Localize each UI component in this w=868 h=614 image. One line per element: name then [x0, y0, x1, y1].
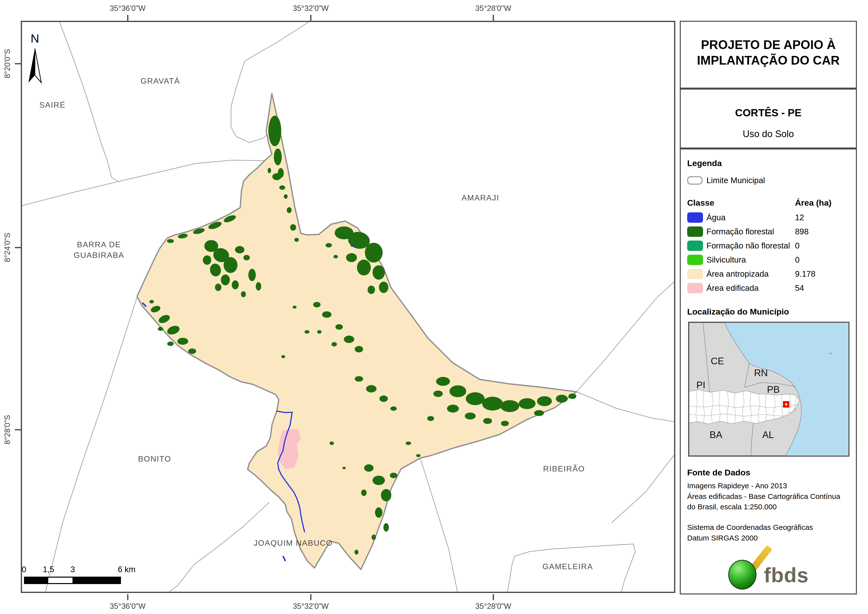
legend-row-formacao-florestal: Formação florestal 898 — [681, 227, 856, 237]
tick-bottom-3 — [493, 594, 494, 600]
source-lines: Imagens Rapideye - Ano 2013 Áreas edific… — [687, 480, 851, 512]
land-use-map — [22, 22, 674, 592]
legend-limite-row: Limite Municipal — [681, 175, 856, 186]
lon-label-bottom-1: 35°36'0"W — [110, 602, 146, 611]
swatch-agua — [687, 212, 703, 223]
north-label: N — [24, 32, 46, 45]
north-arrow-icon — [27, 48, 43, 85]
state-label-ba: BA — [710, 429, 722, 440]
scalebar-6km: 6 km — [118, 565, 136, 574]
legend-row-agua: Água 12 — [681, 212, 856, 223]
label-area-antropizada: Área antropizada — [707, 269, 769, 279]
map-canvas — [21, 21, 675, 593]
state-label-rn: RN — [754, 367, 768, 378]
label-formacao-nao-florestal: Formação não florestal — [707, 241, 790, 250]
location-inset-map: CE RN PI PB BA AL — [688, 322, 849, 457]
project-title-line1: PROJETO DE APOIO À — [681, 37, 856, 53]
map-sheet: N 35°36'0"W 35°32'0"W 35°28'0"W 35°36'0"… — [0, 0, 868, 614]
limite-municipal-swatch — [687, 176, 702, 185]
crs-line-sistema: Sistema de Coordenadas Geográficas — [687, 522, 851, 533]
state-label-ce: CE — [711, 355, 724, 366]
legend-box: Legenda Limite Municipal Classe Área (ha… — [680, 149, 857, 594]
tick-left-1 — [15, 63, 21, 64]
value-silvicultura: 0 — [795, 255, 800, 264]
crs-lines: Sistema de Coordenadas Geográficas Datum… — [687, 522, 851, 543]
lat-label-3: 8°28'0"S — [3, 415, 12, 445]
neighbor-label-ribeirao: RIBEIRÃO — [543, 463, 585, 474]
state-label-pi: PI — [696, 379, 705, 390]
source-line-rapideye: Imagens Rapideye - Ano 2013 — [687, 480, 851, 491]
lat-label-2: 8°24'0"S — [3, 233, 12, 262]
value-formacao-nao-florestal: 0 — [795, 241, 800, 250]
municipality-name: CORTÊS - PE — [681, 107, 856, 119]
legend-row-area-antropizada: Área antropizada 9.178 — [681, 269, 856, 280]
swatch-silvicultura — [687, 255, 703, 265]
map-theme: Uso do Solo — [681, 129, 856, 139]
tick-bottom-2 — [310, 594, 312, 600]
legend-row-area-edificada: Área edificada 54 — [681, 283, 856, 294]
legend-row-formacao-nao-florestal: Formação não florestal 0 — [681, 241, 856, 252]
lat-label-1: 8°20'0"S — [3, 49, 12, 78]
legend-col-classe: Classe — [687, 198, 715, 208]
fbds-logo-text: fbds — [764, 563, 809, 587]
source-line-base-cartografica: Áreas edificadas - Base Cartográfica Con… — [687, 491, 851, 512]
source-heading: Fonte de Dados — [687, 468, 750, 477]
lon-label-top-2: 35°32'0"W — [293, 4, 329, 13]
value-formacao-florestal: 898 — [795, 227, 809, 236]
project-title-line2: IMPLANTAÇÃO DO CAR — [681, 53, 856, 68]
swatch-area-antropizada — [687, 269, 703, 279]
neighbor-label-bonito: BONITO — [138, 454, 171, 464]
label-agua: Água — [707, 213, 725, 222]
lon-label-top-1: 35°36'0"W — [110, 4, 146, 13]
scalebar-3: 3 — [70, 565, 75, 574]
municipality-marker-center — [785, 403, 787, 406]
subtitle-box: CORTÊS - PE Uso do Solo — [680, 89, 857, 149]
neighbor-label-saire: SAIRÉ — [39, 100, 65, 110]
neighbor-label-barra: BARRA DE GUABIRABA — [52, 239, 146, 261]
neighbor-label-gameleira: GAMELEIRA — [542, 561, 593, 572]
swatch-formacao-florestal — [687, 227, 703, 237]
tick-bottom-1 — [127, 594, 129, 600]
lon-label-top-3: 35°28'0"W — [476, 4, 511, 13]
neighbor-label-joaquim: JOAQUIM NABUCO — [254, 538, 333, 549]
fbds-logo-sphere — [728, 560, 756, 589]
state-label-al: AL — [762, 429, 774, 440]
tick-left-3 — [15, 429, 21, 431]
scalebar-0: 0 — [22, 565, 26, 574]
label-formacao-florestal: Formação florestal — [707, 227, 774, 236]
label-area-edificada: Área edificada — [707, 283, 759, 293]
inset-island — [830, 353, 832, 354]
inset-map-svg: CE RN PI PB BA AL — [689, 323, 848, 455]
tick-top-3 — [493, 15, 494, 21]
lon-label-bottom-2: 35°32'0"W — [293, 602, 329, 611]
crs-line-datum: Datum SIRGAS 2000 — [687, 533, 851, 544]
value-area-antropizada: 9.178 — [795, 269, 815, 279]
tick-left-2 — [15, 247, 21, 248]
scalebar-white-segment — [48, 578, 73, 583]
location-heading: Localização do Município — [687, 307, 789, 317]
swatch-area-edificada — [687, 283, 703, 293]
fbds-logo: fbds — [715, 548, 824, 595]
legend-heading: Legenda — [687, 159, 722, 168]
scalebar — [24, 577, 121, 584]
tick-top-1 — [127, 15, 129, 21]
legend-col-area: Área (ha) — [795, 198, 831, 208]
title-box: PROJETO DE APOIO À IMPLANTAÇÃO DO CAR — [680, 21, 857, 89]
scalebar-1-5: 1,5 — [43, 565, 54, 574]
label-silvicultura: Silvicultura — [707, 255, 746, 264]
swatch-formacao-nao-florestal — [687, 241, 703, 251]
neighbor-label-gravata: GRAVATÁ — [141, 76, 180, 86]
neighbor-label-amaraji: AMARAJI — [462, 193, 499, 203]
lon-label-bottom-3: 35°28'0"W — [476, 602, 511, 611]
state-label-pb: PB — [767, 384, 780, 395]
limite-municipal-label: Limite Municipal — [707, 176, 765, 185]
tick-top-2 — [310, 15, 312, 21]
value-agua: 12 — [795, 213, 804, 222]
municipality-polygon — [137, 93, 577, 569]
legend-row-silvicultura: Silvicultura 0 — [681, 255, 856, 266]
project-title: PROJETO DE APOIO À IMPLANTAÇÃO DO CAR — [681, 37, 856, 68]
value-area-edificada: 54 — [795, 283, 804, 293]
